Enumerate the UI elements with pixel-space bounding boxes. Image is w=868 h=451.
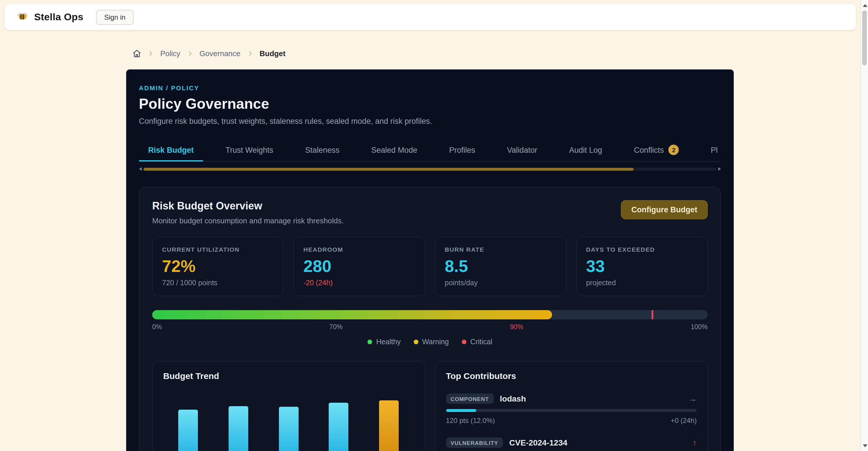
legend-label: Warning (422, 338, 449, 346)
critical-dot-icon (462, 340, 466, 344)
utilization-section: 0% 70% 90% 100% Healthy Warning Critical (152, 310, 708, 346)
scroll-down-button[interactable] (861, 442, 868, 450)
arrow-up-icon[interactable]: ↑ (693, 438, 697, 447)
top-navbar: Stella Ops Sign in (5, 4, 856, 30)
contributor-row-cve[interactable]: VULNERABILITY CVE-2024-1234 ↑ 95 pts (9.… (446, 438, 697, 451)
healthy-dot-icon (368, 340, 372, 344)
home-icon[interactable] (132, 49, 141, 58)
page: Stella Ops Sign in Policy Governance Bud… (0, 0, 868, 451)
critical-marker (651, 310, 653, 319)
type-badge: VULNERABILITY (446, 438, 503, 448)
trend-bar-warning (379, 400, 399, 451)
tab-label: Risk Budget (148, 146, 194, 154)
scroll-up-button[interactable] (861, 1, 868, 9)
scale-0: 0% (152, 323, 162, 330)
arrow-down-icon (863, 444, 867, 447)
utilization-fill (152, 310, 552, 319)
stat-label: BURN RATE (445, 246, 557, 253)
tab-label: Trust Weights (226, 146, 273, 154)
stat-label: HEADROOM (304, 246, 415, 253)
trend-bar (179, 410, 198, 451)
tab-profiles[interactable]: Profiles (440, 139, 484, 161)
page-title: Policy Governance (139, 95, 721, 112)
breadcrumb-policy[interactable]: Policy (160, 49, 180, 58)
stat-headroom: HEADROOM 280 -20 (24h) (294, 237, 425, 296)
configure-budget-button[interactable]: Configure Budget (621, 200, 708, 219)
tab-label: Conflicts (634, 146, 664, 154)
utilization-bar (152, 310, 708, 319)
tabs-scrollbar-thumb[interactable] (144, 167, 634, 170)
stat-label: DAYS TO EXCEEDED (586, 246, 698, 253)
scale-100: 100% (691, 323, 708, 330)
tab-label: Profiles (449, 146, 475, 154)
tab-risk-budget[interactable]: Risk Budget (139, 139, 203, 161)
tab-label: Validator (507, 146, 537, 154)
scale-70: 70% (329, 323, 343, 330)
page-subtitle: Configure risk budgets, trust weights, s… (139, 117, 721, 126)
stat-value: 280 (304, 257, 415, 276)
tabs-scrollbar-track[interactable] (144, 167, 716, 170)
warning-dot-icon (413, 340, 418, 344)
tab-label: Sealed Mode (371, 146, 417, 154)
conflicts-count-badge: 2 (669, 144, 679, 155)
breadcrumb: Policy Governance Budget (132, 49, 286, 58)
section-eyebrow: ADMIN / POLICY (139, 85, 721, 91)
bee-logo-icon (16, 10, 29, 24)
status-legend: Healthy Warning Critical (152, 338, 708, 346)
tab-label: Pl (711, 146, 718, 154)
contributor-row-lodash[interactable]: COMPONENT lodash → 120 pts (12.0%) +0 (2… (446, 393, 697, 425)
tab-sealed-mode[interactable]: Sealed Mode (362, 139, 427, 161)
stat-sub: points/day (445, 279, 557, 287)
stat-sub: -20 (24h) (304, 279, 415, 287)
tab-label: Audit Log (569, 146, 602, 154)
stat-days-to-exceeded: DAYS TO EXCEEDED 33 projected (576, 237, 708, 296)
policy-governance-panel: ADMIN / POLICY Policy Governance Configu… (126, 69, 734, 451)
budget-trend-chart (163, 400, 414, 451)
utilization-scale: 0% 70% 90% 100% (152, 323, 708, 330)
contributor-bar (446, 409, 697, 412)
legend-healthy: Healthy (368, 338, 401, 346)
tab-plugins-clipped[interactable]: Pl (702, 139, 721, 161)
breadcrumb-governance[interactable]: Governance (199, 49, 241, 58)
stat-label: CURRENT UTILIZATION (162, 246, 274, 253)
tab-label: Staleness (305, 146, 340, 154)
trend-bar (228, 406, 248, 451)
chevron-right-icon (187, 50, 193, 57)
scroll-right-icon[interactable] (718, 167, 721, 171)
arrow-up-icon (863, 4, 867, 7)
page-scrollbar[interactable] (861, 0, 868, 451)
brand[interactable]: Stella Ops (16, 10, 83, 24)
risk-budget-overview-card: Risk Budget Overview Monitor budget cons… (139, 187, 721, 451)
legend-warning: Warning (413, 338, 449, 346)
page-scrollbar-thumb[interactable] (862, 10, 867, 65)
tab-conflicts[interactable]: Conflicts 2 (625, 139, 688, 161)
chevron-right-icon (148, 50, 154, 57)
budget-trend-title: Budget Trend (163, 371, 414, 381)
card-subtitle: Monitor budget consumption and manage ri… (152, 216, 344, 225)
tabs-scrollbar[interactable] (139, 167, 721, 171)
tab-validator[interactable]: Validator (498, 139, 547, 161)
contributor-points: 120 pts (12.0%) (446, 417, 495, 425)
type-badge: COMPONENT (446, 393, 494, 404)
breadcrumb-budget: Budget (259, 49, 286, 58)
stat-value: 72% (162, 257, 274, 276)
stat-sub: projected (586, 279, 698, 287)
tab-staleness[interactable]: Staleness (296, 139, 349, 161)
tab-bar: Risk Budget Trust Weights Staleness Seal… (139, 139, 721, 162)
tab-trust-weights[interactable]: Trust Weights (216, 139, 283, 161)
arrow-right-icon[interactable]: → (689, 394, 697, 403)
legend-critical: Critical (462, 338, 492, 346)
card-title: Risk Budget Overview (152, 200, 344, 212)
chevron-right-icon (247, 50, 253, 57)
scale-90: 90% (510, 323, 523, 330)
contributor-name: CVE-2024-1234 (509, 438, 567, 447)
contributor-name: lodash (500, 394, 526, 403)
tab-audit-log[interactable]: Audit Log (560, 139, 611, 161)
trend-bar (329, 403, 349, 451)
stat-burn-rate: BURN RATE 8.5 points/day (435, 237, 566, 296)
contributor-bar-fill (446, 409, 476, 412)
scroll-left-icon[interactable] (139, 167, 142, 171)
stat-value: 8.5 (445, 257, 557, 276)
sign-in-button[interactable]: Sign in (96, 9, 133, 25)
stat-value: 33 (586, 257, 698, 276)
